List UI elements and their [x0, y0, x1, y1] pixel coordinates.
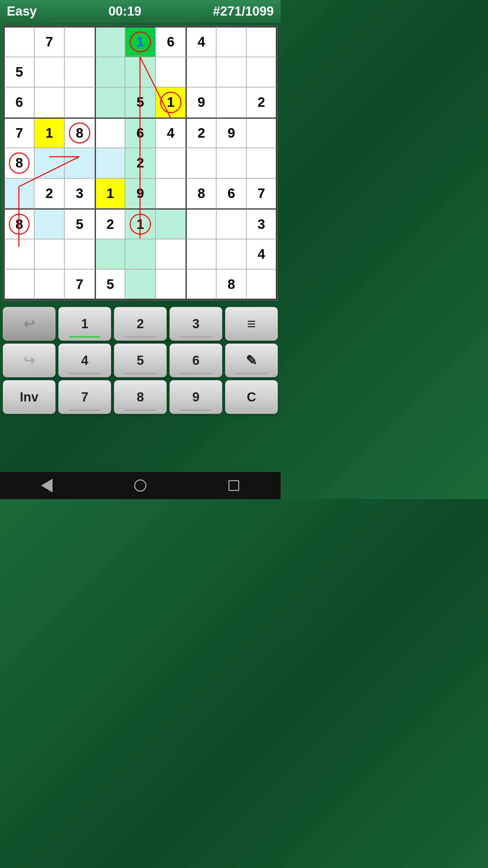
sudoku-cell[interactable]: 2 — [186, 118, 216, 148]
sudoku-cell[interactable]: 1 — [34, 118, 65, 148]
recents-button[interactable] — [224, 479, 244, 492]
sudoku-cell[interactable] — [64, 239, 95, 270]
sudoku-cell[interactable]: 5 — [125, 87, 156, 118]
pencil-button[interactable] — [225, 343, 278, 377]
redo-button[interactable] — [3, 343, 56, 377]
num-5-button[interactable]: 5 — [114, 343, 167, 377]
undo-button[interactable] — [3, 307, 56, 341]
back-button[interactable] — [37, 479, 57, 492]
sudoku-cell[interactable]: 2 — [34, 178, 65, 209]
sudoku-cell[interactable] — [216, 57, 247, 87]
sudoku-cell[interactable] — [34, 209, 65, 239]
sudoku-cell[interactable] — [34, 269, 65, 300]
home-button[interactable] — [130, 479, 150, 492]
sudoku-cell[interactable] — [64, 57, 95, 87]
sudoku-cell[interactable] — [95, 239, 125, 270]
sudoku-cell[interactable] — [95, 148, 125, 178]
sudoku-cell[interactable]: 8 — [186, 178, 216, 209]
sudoku-cell[interactable] — [186, 57, 216, 87]
sudoku-cell[interactable] — [95, 26, 125, 57]
sudoku-cell[interactable]: 8 — [4, 148, 34, 178]
sudoku-cell[interactable] — [4, 26, 34, 57]
num-9-button[interactable]: 9 — [169, 380, 222, 414]
sudoku-cell[interactable]: 8 — [64, 118, 95, 148]
sudoku-cell[interactable] — [186, 148, 216, 178]
sudoku-cell[interactable]: 6 — [4, 87, 34, 118]
sudoku-cell[interactable] — [216, 148, 247, 178]
sudoku-cell[interactable]: 6 — [125, 118, 156, 148]
sudoku-cell[interactable] — [34, 87, 65, 118]
sudoku-cell[interactable] — [34, 239, 65, 270]
sudoku-cell[interactable]: 8 — [4, 209, 34, 239]
sudoku-cell[interactable] — [216, 209, 247, 239]
sudoku-cell[interactable]: 2 — [246, 87, 277, 118]
sudoku-cell[interactable] — [186, 239, 216, 270]
sudoku-cell[interactable]: 3 — [64, 178, 95, 209]
sudoku-cell[interactable] — [64, 87, 95, 118]
sudoku-cell[interactable] — [246, 118, 277, 148]
sudoku-cell[interactable]: 9 — [125, 178, 156, 209]
sudoku-cell[interactable]: 7 — [64, 269, 95, 300]
sudoku-cell[interactable] — [156, 148, 186, 178]
sudoku-cell[interactable] — [156, 239, 186, 270]
sudoku-cell[interactable] — [186, 269, 216, 300]
sudoku-cell[interactable]: 7 — [4, 118, 34, 148]
sudoku-cell[interactable]: 2 — [95, 209, 125, 239]
sudoku-cell[interactable] — [216, 87, 247, 118]
sudoku-cells[interactable]: 71645651927186429822319867852134758 — [4, 26, 277, 300]
sudoku-cell[interactable]: 9 — [216, 118, 247, 148]
num-7-button[interactable]: 7 — [58, 380, 111, 414]
sudoku-cell[interactable] — [64, 148, 95, 178]
sudoku-cell[interactable] — [125, 269, 156, 300]
sudoku-cell[interactable] — [4, 269, 34, 300]
sudoku-cell[interactable]: 1 — [95, 178, 125, 209]
num-1-button[interactable]: 1 — [58, 307, 111, 341]
sudoku-cell[interactable] — [95, 87, 125, 118]
sudoku-cell[interactable] — [95, 118, 125, 148]
sudoku-cell[interactable]: 8 — [216, 269, 247, 300]
sudoku-cell[interactable] — [64, 26, 95, 57]
sudoku-cell[interactable]: 5 — [4, 57, 34, 87]
sudoku-cell[interactable]: 9 — [186, 87, 216, 118]
sudoku-cell[interactable] — [156, 209, 186, 239]
sudoku-cell[interactable] — [246, 269, 277, 300]
sudoku-cell[interactable]: 6 — [156, 26, 186, 57]
sudoku-cell[interactable]: 5 — [95, 269, 125, 300]
sudoku-cell[interactable] — [186, 209, 216, 239]
sudoku-cell[interactable] — [156, 178, 186, 209]
sudoku-cell[interactable] — [34, 57, 65, 87]
sudoku-cell[interactable]: 4 — [156, 118, 186, 148]
sudoku-cell[interactable] — [246, 148, 277, 178]
sudoku-cell[interactable] — [125, 57, 156, 87]
sudoku-cell[interactable] — [246, 26, 277, 57]
sudoku-cell[interactable] — [156, 57, 186, 87]
sudoku-cell[interactable]: 5 — [64, 209, 95, 239]
sudoku-cell[interactable]: 1 — [125, 209, 156, 239]
sudoku-cell[interactable] — [34, 148, 65, 178]
num-8-button[interactable]: 8 — [114, 380, 167, 414]
sudoku-cell[interactable] — [4, 239, 34, 270]
menu-button[interactable] — [225, 307, 278, 341]
sudoku-cell[interactable]: 4 — [186, 26, 216, 57]
sudoku-cell[interactable]: 6 — [216, 178, 247, 209]
sudoku-cell[interactable]: 4 — [246, 239, 277, 270]
num-6-button[interactable]: 6 — [169, 343, 222, 377]
sudoku-cell[interactable] — [95, 57, 125, 87]
inv-button[interactable]: Inv — [3, 380, 56, 414]
num-3-button[interactable]: 3 — [169, 307, 222, 341]
sudoku-cell[interactable]: 3 — [246, 209, 277, 239]
clear-button[interactable]: C — [225, 380, 278, 414]
num-2-button[interactable]: 2 — [114, 307, 167, 341]
sudoku-cell[interactable]: 2 — [125, 148, 156, 178]
sudoku-cell[interactable] — [4, 178, 34, 209]
sudoku-cell[interactable]: 1 — [156, 87, 186, 118]
sudoku-cell[interactable] — [156, 269, 186, 300]
num-4-button[interactable]: 4 — [58, 343, 111, 377]
sudoku-cell[interactable] — [216, 26, 247, 57]
sudoku-cell[interactable] — [125, 239, 156, 270]
sudoku-cell[interactable] — [246, 57, 277, 87]
sudoku-cell[interactable] — [216, 239, 247, 270]
sudoku-cell[interactable]: 7 — [246, 178, 277, 209]
sudoku-cell[interactable]: 7 — [34, 26, 65, 57]
sudoku-cell[interactable]: 1 — [125, 26, 156, 57]
